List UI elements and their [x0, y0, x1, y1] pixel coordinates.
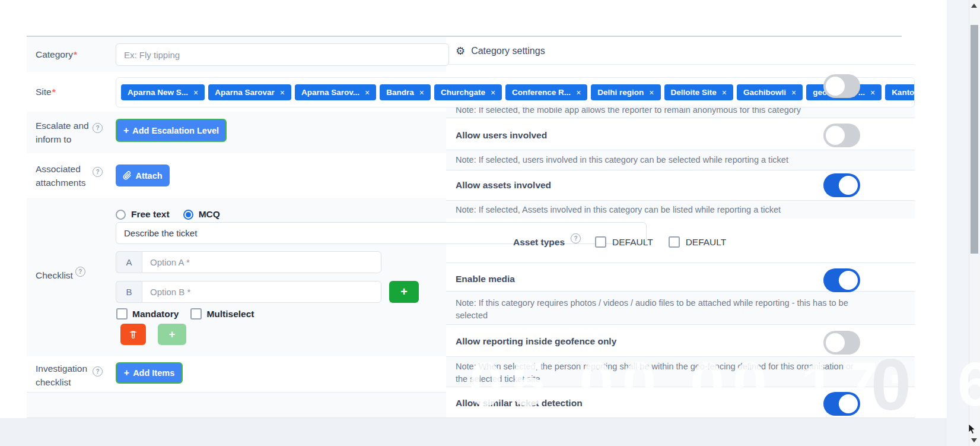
chip-remove-icon[interactable]: × [576, 88, 581, 97]
site-chip[interactable]: Aparna Sarovar× [208, 84, 291, 100]
allow-assets-label: Allow assets involved [456, 180, 551, 191]
chip-remove-icon[interactable]: × [365, 88, 370, 97]
asset-type-default-label-1: DEFAULT [612, 237, 653, 248]
chip-remove-icon[interactable]: × [419, 88, 424, 97]
site-chip[interactable]: Delloite Site× [664, 84, 733, 100]
category-placeholder: Ex: Fly tipping [124, 50, 180, 60]
site-label: Site* [36, 85, 56, 99]
paperclip-icon [123, 171, 132, 180]
free-text-radio-label: Free text [131, 209, 170, 220]
checklist-label: Checklist? [36, 268, 85, 282]
chip-remove-icon[interactable]: × [870, 88, 875, 97]
mandatory-checkbox[interactable] [116, 308, 128, 320]
geofence-note: Note: When selected, the person reportin… [456, 360, 865, 385]
trash-icon [129, 330, 138, 339]
site-chip[interactable]: Churchgate× [434, 84, 502, 100]
question-type-radios: Free text MCQ [116, 209, 220, 220]
plus-icon: + [124, 368, 129, 378]
toggle-allow-assets[interactable] [823, 173, 860, 197]
add-option-button[interactable]: + [389, 281, 419, 303]
right-gutter [947, 0, 969, 446]
site-chip[interactable]: Conference R...× [505, 84, 587, 100]
site-chip[interactable]: Aparna Sarov...× [295, 84, 376, 100]
asset-type-default-label-2: DEFAULT [686, 237, 727, 248]
help-icon[interactable]: ? [93, 366, 103, 377]
chip-remove-icon[interactable]: × [791, 88, 796, 97]
enable-media-label: Enable media [456, 274, 515, 284]
site-chip[interactable]: Aparna New S...× [121, 84, 205, 100]
scrollbar-thumb[interactable] [971, 25, 978, 254]
chip-remove-icon[interactable]: × [193, 88, 198, 97]
option-a-prefix: A [116, 251, 142, 273]
category-input[interactable]: Ex: Fly tipping [116, 43, 449, 66]
free-text-radio[interactable] [116, 210, 126, 220]
plus-icon: + [123, 126, 129, 135]
mcq-radio[interactable] [183, 210, 193, 220]
attachments-label: Associatedattachments [36, 162, 85, 189]
left-footer-strip [27, 393, 446, 417]
plus-icon: + [400, 285, 408, 299]
enable-media-note: Note: If this category requires photos /… [456, 297, 865, 322]
settings-header[interactable]: ⚙ Category settings [456, 45, 545, 58]
toggle-similar-detection[interactable] [823, 392, 860, 416]
site-multiselect[interactable]: Aparna New S...× Aparna Sarovar× Aparna … [116, 77, 915, 107]
delete-question-button[interactable] [120, 324, 146, 345]
multiselect-label: Multiselect [206, 309, 254, 320]
site-chip[interactable]: Bandra× [380, 84, 431, 100]
mouse-cursor [968, 424, 976, 435]
page-footer-strip [0, 418, 969, 446]
option-b-placeholder: Option B * [150, 287, 190, 297]
required-asterisk: * [52, 87, 56, 97]
mandatory-label: Mandatory [132, 309, 179, 320]
chip-remove-icon[interactable]: × [649, 88, 654, 97]
escalate-row [27, 112, 446, 154]
investigation-row [27, 356, 446, 393]
toggle-enable-media[interactable] [823, 268, 860, 292]
gear-icon: ⚙ [456, 45, 465, 58]
chip-remove-icon[interactable]: × [280, 88, 285, 97]
checklist-flags: Mandatory Multiselect [116, 308, 254, 320]
site-chip[interactable]: Delhi region× [591, 84, 660, 100]
escalate-label: Escalate andinform to [36, 119, 89, 146]
plus-icon: + [169, 328, 176, 341]
option-a-input[interactable]: Option A * [142, 251, 381, 273]
question-value: Describe the ticket [124, 228, 197, 238]
geofence-label: Allow reporting inside geofence only [456, 336, 616, 347]
option-b-prefix: B [116, 281, 142, 303]
toggle-allow-users[interactable] [823, 124, 860, 147]
option-a-placeholder: Option A * [150, 257, 190, 267]
chip-remove-icon[interactable]: × [491, 88, 495, 97]
help-icon[interactable]: ? [75, 267, 85, 277]
allow-assets-note: Note: If selected, Assets involved in th… [456, 204, 865, 216]
investigation-label: Investigationchecklist [36, 362, 87, 389]
allow-users-note: Note: If selected, users involved in thi… [456, 154, 865, 166]
mcq-radio-label: MCQ [199, 209, 220, 220]
allow-users-label: Allow users involved [456, 130, 547, 141]
asset-type-default-checkbox-2[interactable] [669, 236, 680, 248]
asset-types-label: Asset types [513, 237, 565, 248]
help-icon[interactable]: ? [571, 233, 581, 243]
category-settings-page: Category* Ex: Fly tipping Site* Aparna N… [0, 0, 980, 446]
toggle-geofence[interactable] [823, 331, 860, 355]
asset-types-group: Asset types ? DEFAULT DEFAULT [513, 236, 726, 248]
similar-detection-label: Allow similar ticket detection [456, 398, 583, 409]
site-chip[interactable]: Gachibowli× [737, 84, 803, 100]
option-b-input[interactable]: Option B * [142, 281, 381, 303]
chip-remove-icon[interactable]: × [722, 88, 727, 97]
multiselect-checkbox[interactable] [190, 308, 202, 320]
scrollbar-down-icon[interactable] [971, 438, 977, 442]
asset-type-default-checkbox-1[interactable] [595, 236, 606, 248]
attach-button[interactable]: Attach [116, 165, 170, 186]
add-items-button[interactable]: +Add Items [116, 362, 183, 384]
required-asterisk: * [74, 49, 77, 59]
help-icon[interactable]: ? [93, 167, 103, 177]
help-icon[interactable]: ? [93, 123, 103, 133]
site-chip[interactable]: Kanto× [885, 84, 914, 100]
add-question-button[interactable]: + [158, 324, 186, 345]
attachments-row [27, 153, 446, 198]
scrollbar-up-icon[interactable] [971, 4, 977, 8]
add-escalation-level-button[interactable]: +Add Escalation Level [116, 119, 227, 142]
toggle-anonymous[interactable] [823, 74, 860, 98]
category-label: Category* [36, 48, 77, 61]
